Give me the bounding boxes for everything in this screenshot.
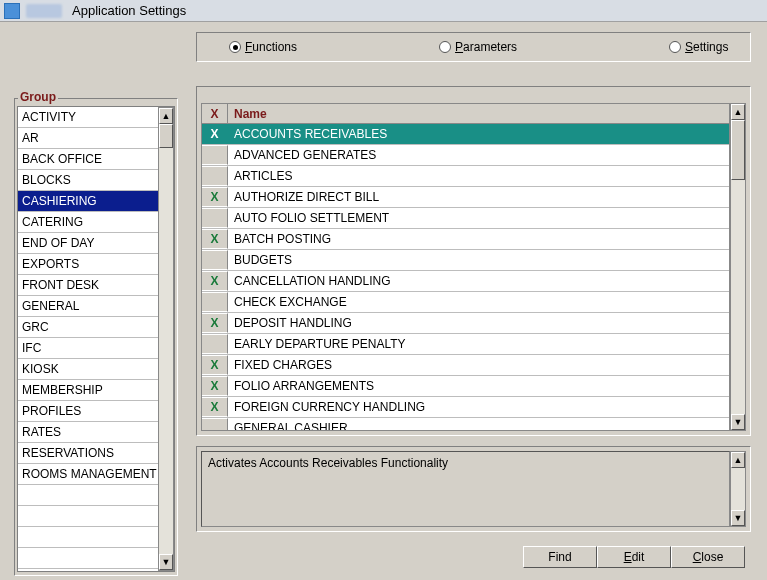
group-row[interactable]: ROOMS MANAGEMENT <box>18 464 158 485</box>
table-row[interactable]: AUTO FOLIO SETTLEMENT <box>202 208 729 229</box>
group-row[interactable]: PROFILES <box>18 401 158 422</box>
scroll-down-icon[interactable]: ▼ <box>731 414 745 430</box>
x-cell <box>202 166 228 186</box>
table-row[interactable]: XCANCELLATION HANDLING <box>202 271 729 292</box>
name-cell: CANCELLATION HANDLING <box>228 271 729 291</box>
close-button[interactable]: Close <box>671 546 745 568</box>
table-row[interactable]: BUDGETS <box>202 250 729 271</box>
group-list[interactable]: ACTIVITYARBACK OFFICEBLOCKSCASHIERINGCAT… <box>17 106 175 572</box>
col-header-x[interactable]: X <box>202 104 228 124</box>
name-cell: FOREIGN CURRENCY HANDLING <box>228 397 729 417</box>
group-row[interactable] <box>18 548 158 569</box>
name-table[interactable]: X Name XACCOUNTS RECEIVABLESADVANCED GEN… <box>201 103 730 431</box>
name-cell: BATCH POSTING <box>228 229 729 249</box>
group-scrollbar[interactable]: ▲ ▼ <box>158 107 174 571</box>
x-cell <box>202 250 228 270</box>
x-cell <box>202 418 228 430</box>
button-label: Find <box>548 550 571 564</box>
group-row[interactable]: CATERING <box>18 212 158 233</box>
table-row[interactable]: XDEPOSIT HANDLING <box>202 313 729 334</box>
group-row[interactable] <box>18 485 158 506</box>
x-cell <box>202 208 228 228</box>
group-row[interactable]: BACK OFFICE <box>18 149 158 170</box>
radio-label: Parameters <box>455 40 517 54</box>
scroll-up-icon[interactable]: ▲ <box>731 452 745 468</box>
radio-label: Settings <box>685 40 728 54</box>
x-cell <box>202 145 228 165</box>
name-cell: ADVANCED GENERATES <box>228 145 729 165</box>
find-button[interactable]: Find <box>523 546 597 568</box>
name-scrollbar[interactable]: ▲ ▼ <box>730 103 746 431</box>
group-row[interactable]: RESERVATIONS <box>18 443 158 464</box>
button-row: Find Edit Close <box>196 542 751 572</box>
group-row[interactable]: EXPORTS <box>18 254 158 275</box>
col-header-name[interactable]: Name <box>228 104 729 124</box>
radio-settings[interactable]: Settings <box>663 40 734 54</box>
name-cell: FIXED CHARGES <box>228 355 729 375</box>
radio-icon <box>439 41 451 53</box>
description-text: Activates Accounts Receivables Functiona… <box>201 451 730 527</box>
x-cell: X <box>202 397 228 417</box>
table-row[interactable]: XAUTHORIZE DIRECT BILL <box>202 187 729 208</box>
radio-label: Functions <box>245 40 297 54</box>
x-cell: X <box>202 271 228 291</box>
radio-functions[interactable]: Functions <box>223 40 303 54</box>
window-title: Application Settings <box>72 3 186 18</box>
radio-parameters[interactable]: Parameters <box>433 40 523 54</box>
scroll-down-icon[interactable]: ▼ <box>731 510 745 526</box>
name-cell: ARTICLES <box>228 166 729 186</box>
table-row[interactable]: XFIXED CHARGES <box>202 355 729 376</box>
edit-button[interactable]: Edit <box>597 546 671 568</box>
group-row[interactable]: BLOCKS <box>18 170 158 191</box>
group-row[interactable]: ACTIVITY <box>18 107 158 128</box>
x-cell: X <box>202 187 228 207</box>
button-label: Edit <box>624 550 645 564</box>
table-row[interactable]: ADVANCED GENERATES <box>202 145 729 166</box>
x-cell <box>202 334 228 354</box>
scroll-up-icon[interactable]: ▲ <box>159 108 173 124</box>
group-row[interactable]: GENERAL <box>18 296 158 317</box>
group-row[interactable]: CASHIERING <box>18 191 158 212</box>
group-row[interactable]: FRONT DESK <box>18 275 158 296</box>
name-cell: ACCOUNTS RECEIVABLES <box>228 124 729 144</box>
table-row[interactable]: CHECK EXCHANGE <box>202 292 729 313</box>
x-cell: X <box>202 229 228 249</box>
x-cell: X <box>202 376 228 396</box>
name-cell: AUTO FOLIO SETTLEMENT <box>228 208 729 228</box>
table-row[interactable]: XBATCH POSTING <box>202 229 729 250</box>
table-row[interactable]: ARTICLES <box>202 166 729 187</box>
scroll-thumb[interactable] <box>731 120 745 180</box>
name-cell: CHECK EXCHANGE <box>228 292 729 312</box>
table-row[interactable]: XFOLIO ARRANGEMENTS <box>202 376 729 397</box>
name-cell: DEPOSIT HANDLING <box>228 313 729 333</box>
group-row[interactable]: GRC <box>18 317 158 338</box>
group-row[interactable] <box>18 506 158 527</box>
group-row[interactable]: RATES <box>18 422 158 443</box>
button-label: Close <box>693 550 724 564</box>
group-row[interactable]: KIOSK <box>18 359 158 380</box>
x-cell <box>202 292 228 312</box>
group-row[interactable]: END OF DAY <box>18 233 158 254</box>
radio-icon <box>669 41 681 53</box>
group-row[interactable]: MEMBERSHIP <box>18 380 158 401</box>
table-row[interactable]: XACCOUNTS RECEIVABLES <box>202 124 729 145</box>
scroll-down-icon[interactable]: ▼ <box>159 554 173 570</box>
scroll-up-icon[interactable]: ▲ <box>731 104 745 120</box>
group-row[interactable]: AR <box>18 128 158 149</box>
group-row[interactable]: IFC <box>18 338 158 359</box>
scroll-thumb[interactable] <box>159 124 173 148</box>
table-row[interactable]: GENERAL CASHIER <box>202 418 729 430</box>
x-cell: X <box>202 313 228 333</box>
name-cell: AUTHORIZE DIRECT BILL <box>228 187 729 207</box>
description-panel: Activates Accounts Receivables Functiona… <box>196 446 751 532</box>
app-name-blurred <box>26 4 62 18</box>
group-label: Group <box>18 90 58 104</box>
group-row[interactable] <box>18 527 158 548</box>
x-cell: X <box>202 124 228 144</box>
name-cell: GENERAL CASHIER <box>228 418 729 430</box>
description-scrollbar[interactable]: ▲ ▼ <box>730 451 746 527</box>
table-row[interactable]: EARLY DEPARTURE PENALTY <box>202 334 729 355</box>
view-radio-group: Functions Parameters Settings <box>196 32 751 62</box>
app-icon <box>4 3 20 19</box>
table-row[interactable]: XFOREIGN CURRENCY HANDLING <box>202 397 729 418</box>
